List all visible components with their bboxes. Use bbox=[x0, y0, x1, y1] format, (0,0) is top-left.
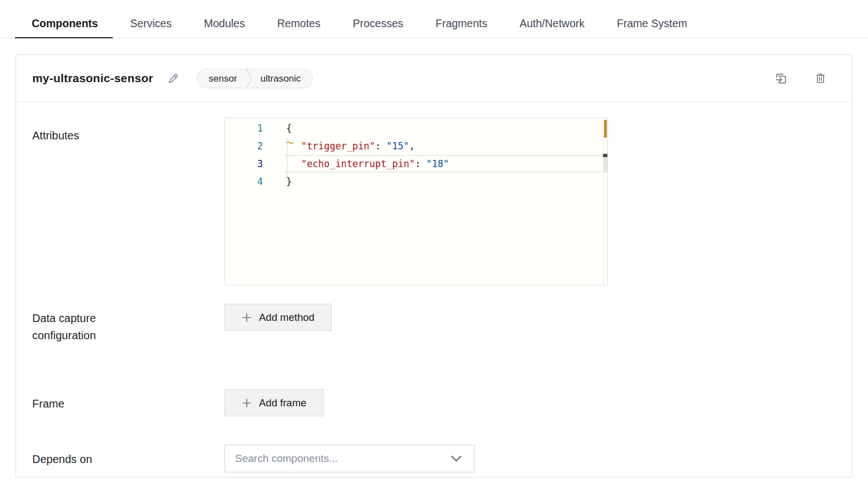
editor-code-area[interactable]: { "trigger_pin":"15", "echo_interrupt_pi… bbox=[283, 118, 607, 285]
line-number: 1 bbox=[225, 119, 283, 137]
attributes-editor[interactable]: 1 2 3 4 { "trigger_pin":"15", "echo_inte… bbox=[225, 118, 608, 285]
duplicate-button[interactable] bbox=[774, 72, 788, 85]
plus-icon bbox=[242, 313, 252, 323]
data-capture-label: Data capture configuration bbox=[32, 304, 225, 344]
pencil-icon bbox=[167, 72, 179, 85]
code-line-2: "trigger_pin":"15", bbox=[283, 137, 607, 155]
chevron-right-icon bbox=[246, 69, 252, 88]
frame-row: Frame Add frame bbox=[32, 389, 852, 416]
delete-button[interactable] bbox=[814, 72, 827, 85]
add-method-button[interactable]: Add method bbox=[225, 304, 332, 331]
scrollbar-thumb[interactable] bbox=[603, 157, 607, 173]
attributes-label: Attributes bbox=[32, 118, 225, 285]
tab-modules[interactable]: Modules bbox=[204, 17, 245, 38]
edit-name-button[interactable] bbox=[167, 72, 179, 85]
line-number: 4 bbox=[225, 173, 283, 190]
tab-frame-system[interactable]: Frame System bbox=[617, 17, 687, 38]
code-line-3: "echo_interrupt_pin":"18" bbox=[283, 155, 607, 173]
depends-on-row: Depends on bbox=[32, 445, 852, 472]
line-number: 2 bbox=[225, 137, 283, 155]
add-frame-label: Add frame bbox=[259, 397, 306, 409]
component-card-header: my-ultrasonic-sensor sensor ultrasonic bbox=[16, 55, 852, 102]
depends-on-select[interactable] bbox=[225, 445, 475, 472]
tab-processes[interactable]: Processes bbox=[353, 17, 403, 38]
add-frame-button[interactable]: Add frame bbox=[225, 389, 323, 416]
search-components-input[interactable] bbox=[225, 445, 474, 472]
badge-model: ultrasonic bbox=[252, 69, 313, 88]
editor-line-numbers: 1 2 3 4 bbox=[225, 118, 283, 285]
depends-on-label: Depends on bbox=[32, 445, 225, 472]
component-type-badge: sensor ultrasonic bbox=[197, 69, 313, 88]
tab-auth-network[interactable]: Auth/Network bbox=[520, 17, 585, 38]
tab-remotes[interactable]: Remotes bbox=[277, 17, 321, 38]
duplicate-icon bbox=[774, 72, 788, 85]
warning-marker bbox=[604, 120, 607, 138]
component-card: my-ultrasonic-sensor sensor ultrasonic bbox=[16, 54, 852, 477]
add-method-label: Add method bbox=[259, 311, 315, 324]
frame-label: Frame bbox=[32, 389, 225, 416]
tab-components[interactable]: Components bbox=[32, 17, 98, 38]
tab-bar: Components Services Modules Remotes Proc… bbox=[0, 0, 868, 38]
plus-icon bbox=[242, 398, 252, 408]
line-number-active: 3 bbox=[225, 155, 283, 173]
editor-overview-ruler[interactable] bbox=[603, 118, 607, 285]
tab-fragments[interactable]: Fragments bbox=[436, 17, 487, 38]
code-line-4: } bbox=[283, 173, 607, 190]
badge-type: sensor bbox=[197, 69, 246, 88]
trash-icon bbox=[814, 72, 827, 85]
component-card-body: Attributes 1 2 3 4 { "trigger_pin":"15",… bbox=[16, 118, 852, 472]
tab-services[interactable]: Services bbox=[130, 17, 172, 38]
code-line-1: { bbox=[283, 119, 607, 137]
attributes-row: Attributes 1 2 3 4 { "trigger_pin":"15",… bbox=[32, 118, 852, 285]
component-name: my-ultrasonic-sensor bbox=[32, 72, 153, 85]
data-capture-row: Data capture configuration Add method bbox=[32, 304, 852, 344]
